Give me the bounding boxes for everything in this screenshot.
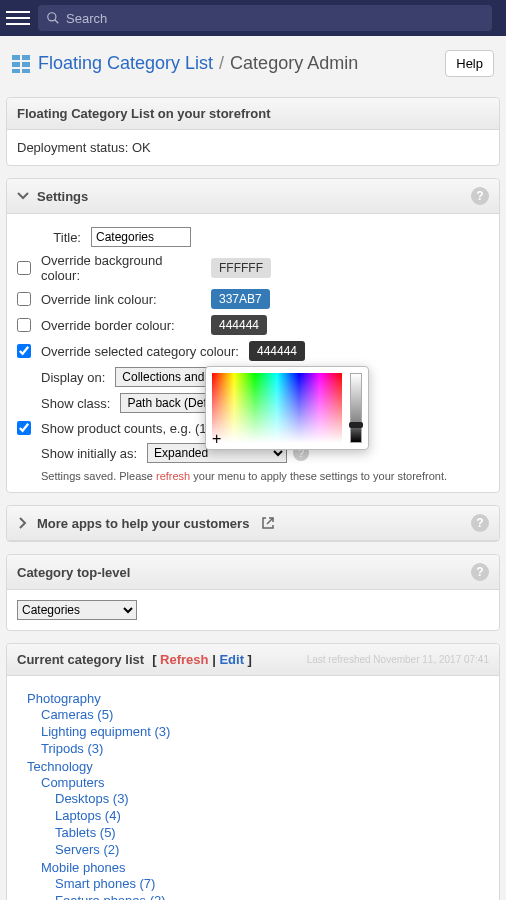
tree-item: Feature phones (2)	[55, 892, 489, 900]
tree-link[interactable]: Tripods (3)	[41, 741, 103, 756]
color-crosshair-icon: +	[212, 431, 221, 447]
tree-item: TechnologyComputersDesktops (3)Laptops (…	[27, 758, 489, 900]
deployment-status-label: Deployment status:	[17, 140, 128, 155]
search-input[interactable]	[66, 11, 484, 26]
category-list-title: Current category list	[17, 652, 144, 667]
bg-color-swatch[interactable]: FFFFFF	[211, 258, 271, 278]
tree-link[interactable]: Servers (2)	[55, 842, 119, 857]
breadcrumb-root[interactable]: Floating Category List	[38, 53, 213, 74]
svg-line-1	[55, 20, 59, 24]
tree-item: Lighting equipment (3)	[41, 723, 489, 740]
search-wrap	[38, 5, 492, 31]
saved-message: Settings saved. Please refresh your menu…	[17, 466, 489, 482]
tree-link[interactable]: Cameras (5)	[41, 707, 113, 722]
page-header: Floating Category List / Category Admin …	[0, 36, 506, 91]
svg-rect-4	[12, 62, 20, 67]
color-spectrum[interactable]: +	[212, 373, 342, 443]
chevron-right-icon	[17, 517, 29, 529]
tree-item: Tripods (3)	[41, 740, 489, 757]
override-border-checkbox[interactable]	[17, 318, 31, 332]
status-panel: Floating Category List on your storefron…	[6, 97, 500, 166]
show-counts-checkbox[interactable]	[17, 421, 31, 435]
category-list-panel: Current category list [ Refresh | Edit ]…	[6, 643, 500, 900]
border-color-swatch[interactable]: 444444	[211, 315, 267, 335]
settings-panel-header[interactable]: Settings ?	[7, 179, 499, 214]
top-bar	[0, 0, 506, 36]
svg-rect-2	[12, 55, 20, 60]
override-link-label: Override link colour:	[41, 292, 201, 307]
override-border-label: Override border colour:	[41, 318, 201, 333]
svg-rect-7	[22, 69, 30, 73]
help-icon[interactable]: ?	[471, 514, 489, 532]
status-panel-title: Floating Category List on your storefron…	[17, 106, 271, 121]
color-picker[interactable]: +	[205, 366, 369, 450]
tree-link[interactable]: Computers	[41, 775, 105, 790]
help-icon[interactable]: ?	[471, 563, 489, 581]
override-selected-checkbox[interactable]	[17, 344, 31, 358]
tree-link[interactable]: Lighting equipment (3)	[41, 724, 170, 739]
override-bg-checkbox[interactable]	[17, 261, 31, 275]
top-level-select[interactable]: Categories	[17, 600, 137, 620]
chevron-down-icon	[17, 190, 29, 202]
show-counts-label: Show product counts, e.g. (13)	[41, 421, 218, 436]
tree-link[interactable]: Smart phones (7)	[55, 876, 155, 891]
selected-color-swatch[interactable]: 444444	[249, 341, 305, 361]
lightness-slider[interactable]	[350, 373, 362, 443]
tree-link[interactable]: Desktops (3)	[55, 791, 129, 806]
tree-item: Smart phones (7)	[55, 875, 489, 892]
search-icon	[46, 11, 60, 25]
edit-link[interactable]: Edit	[219, 652, 244, 667]
help-icon[interactable]: ?	[471, 187, 489, 205]
tree-link[interactable]: Laptops (4)	[55, 808, 121, 823]
override-link-checkbox[interactable]	[17, 292, 31, 306]
svg-rect-6	[12, 69, 20, 73]
help-button[interactable]: Help	[445, 50, 494, 77]
tree-item: Desktops (3)	[55, 790, 489, 807]
display-on-label: Display on:	[41, 370, 105, 385]
top-level-header: Category top-level ?	[7, 555, 499, 590]
category-list-body: PhotographyCameras (5)Lighting equipment…	[7, 676, 499, 900]
tree-item: ComputersDesktops (3)Laptops (4)Tablets …	[41, 774, 489, 859]
status-panel-header: Floating Category List on your storefron…	[7, 98, 499, 130]
show-initially-label: Show initially as:	[41, 446, 137, 461]
tree-item: Cameras (5)	[41, 706, 489, 723]
breadcrumb: Floating Category List / Category Admin	[38, 53, 437, 74]
tree-link[interactable]: Technology	[27, 759, 93, 774]
svg-rect-3	[22, 55, 30, 60]
svg-text:?: ?	[476, 189, 483, 203]
tree-item: Mobile phonesSmart phones (7)Feature pho…	[41, 859, 489, 900]
tree-link[interactable]: Tablets (5)	[55, 825, 116, 840]
title-label: Title:	[41, 230, 81, 245]
title-input[interactable]	[91, 227, 191, 247]
show-class-label: Show class:	[41, 396, 110, 411]
category-tree: PhotographyCameras (5)Lighting equipment…	[17, 686, 489, 900]
hamburger-icon[interactable]	[6, 6, 30, 30]
link-color-swatch[interactable]: 337AB7	[211, 289, 270, 309]
top-level-title: Category top-level	[17, 565, 130, 580]
last-refreshed: Last refreshed November 11, 2017 07:41	[307, 654, 489, 665]
breadcrumb-separator: /	[219, 53, 224, 74]
settings-body: Title: Override background colour: FFFFF…	[7, 214, 499, 492]
more-apps-header[interactable]: More apps to help your customers ?	[7, 506, 499, 541]
settings-panel: Settings ? Title: Override background co…	[6, 178, 500, 493]
settings-title: Settings	[37, 189, 88, 204]
tree-link[interactable]: Feature phones (2)	[55, 893, 166, 900]
svg-text:?: ?	[476, 565, 483, 579]
top-level-panel: Category top-level ? Categories	[6, 554, 500, 631]
breadcrumb-current: Category Admin	[230, 53, 358, 74]
svg-text:?: ?	[476, 516, 483, 530]
tree-item: PhotographyCameras (5)Lighting equipment…	[27, 690, 489, 758]
override-selected-label: Override selected category colour:	[41, 344, 239, 359]
slider-thumb[interactable]	[349, 422, 363, 428]
refresh-link[interactable]: Refresh	[160, 652, 208, 667]
tree-item: Servers (2)	[55, 841, 489, 858]
tree-link[interactable]: Photography	[27, 691, 101, 706]
category-list-header: Current category list [ Refresh | Edit ]…	[7, 644, 499, 676]
svg-point-0	[48, 13, 56, 21]
svg-rect-5	[22, 62, 30, 67]
app-icon	[12, 55, 30, 73]
more-apps-title: More apps to help your customers	[37, 516, 249, 531]
tree-link[interactable]: Mobile phones	[41, 860, 126, 875]
status-panel-body: Deployment status: OK	[7, 130, 499, 165]
refresh-link[interactable]: refresh	[156, 470, 190, 482]
